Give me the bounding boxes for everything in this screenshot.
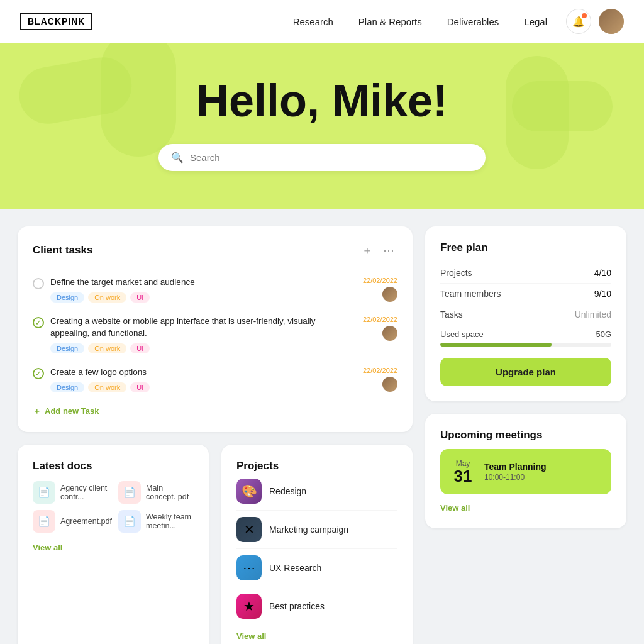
nav-deliverables[interactable]: Deliverables <box>447 16 499 27</box>
notification-dot <box>582 13 587 18</box>
client-tasks-header: Client tasks ＋ ⋯ <box>33 242 397 259</box>
task-body-3: Create a few logo options Design On work… <box>50 367 357 392</box>
hero-section: Hello, Mike! 🔍 <box>0 43 644 209</box>
projects-view-all[interactable]: View all <box>236 631 397 641</box>
plan-label-tasks: Tasks <box>440 309 463 319</box>
user-avatar[interactable] <box>599 9 624 34</box>
upgrade-plan-button[interactable]: Upgrade plan <box>440 358 611 386</box>
plan-label-team: Team members <box>440 289 501 299</box>
free-plan-card: Free plan Projects 4/10 Team members 9/1… <box>425 226 626 401</box>
tag-onwork: On work <box>88 382 126 392</box>
nav-research[interactable]: Research <box>293 16 333 27</box>
task-avatar-1 <box>382 287 397 302</box>
notifications-button[interactable]: 🔔 <box>566 9 591 34</box>
task-tags-1: Design On work UI <box>50 292 357 303</box>
task-checkbox-3[interactable]: ✓ <box>33 368 44 379</box>
task-text-1: Define the target market and audience <box>50 277 357 289</box>
task-avatar-2 <box>382 326 397 341</box>
table-row: ✓ Create a few logo options Design On wo… <box>33 360 397 399</box>
plus-icon: ＋ <box>33 406 41 417</box>
meeting-date-box: May 31 <box>450 459 475 484</box>
nav-actions: 🔔 <box>566 9 624 34</box>
plan-label-projects: Projects <box>440 268 472 278</box>
doc-name-3: Agreement.pdf <box>60 517 112 526</box>
free-plan-title: Free plan <box>440 242 488 253</box>
meeting-title: Team Planning <box>484 462 601 472</box>
projects-bottom-card: Projects 🎨 Redesign ✕ Marketing campaign… <box>221 445 413 644</box>
navbar: BLACKPINK Research Plan & Reports Delive… <box>0 0 644 43</box>
used-space-label-row: Used space 50G <box>440 330 611 339</box>
client-tasks-card: Client tasks ＋ ⋯ Define the target marke… <box>18 226 413 432</box>
list-item[interactable]: ✕ Marketing campaign <box>236 511 397 549</box>
plan-value-projects: 4/10 <box>594 268 611 278</box>
nav-legal[interactable]: Legal <box>524 16 547 27</box>
nav-links: Research Plan & Reports Deliverables Leg… <box>293 16 547 27</box>
used-space-section: Used space 50G <box>440 330 611 347</box>
add-task-button[interactable]: ＋ Add new Task <box>33 406 397 417</box>
search-input[interactable] <box>190 152 473 163</box>
search-bar[interactable]: 🔍 <box>158 144 486 171</box>
more-options-icon[interactable]: ⋯ <box>380 242 397 259</box>
upcoming-meetings-title: Upcoming meetings <box>440 429 542 441</box>
latest-docs-card: Latest docs 📄 Agency client contr... 📄 M… <box>18 445 209 644</box>
list-item[interactable]: 📄 Agency client contr... <box>33 481 112 504</box>
add-task-label: Add new Task <box>45 406 99 416</box>
task-date-3: 22/02/2022 <box>363 367 397 374</box>
used-space-value: 50G <box>596 330 611 339</box>
task-body-1: Define the target market and audience De… <box>50 277 357 303</box>
project-icon-best: ★ <box>236 594 262 619</box>
doc-icon-teal: 📄 <box>33 481 55 504</box>
task-date-2: 22/02/2022 <box>363 316 397 323</box>
doc-name-4: Weekly team meetin... <box>146 513 194 530</box>
tag-ui: UI <box>130 382 150 392</box>
table-row: ✓ Creating a website or mobile app inter… <box>33 309 397 360</box>
table-row: Define the target market and audience De… <box>33 270 397 309</box>
hero-greeting: Hello, Mike! <box>20 75 624 126</box>
nav-plan-reports[interactable]: Plan & Reports <box>358 16 422 27</box>
plan-rows: Projects 4/10 Team members 9/10 Tasks Un… <box>440 263 611 325</box>
tag-ui: UI <box>130 292 150 303</box>
list-item[interactable]: 📄 Main concept. pdf <box>118 481 194 504</box>
task-avatar-3 <box>382 377 397 392</box>
list-item[interactable]: 📄 Agreement.pdf <box>33 510 112 533</box>
plan-value-tasks: Unlimited <box>575 309 611 319</box>
meetings-view-all[interactable]: View all <box>440 503 470 513</box>
task-text-2: Creating a website or mobile app interfa… <box>50 316 357 340</box>
tag-design: Design <box>50 382 84 392</box>
task-meta-1: 22/02/2022 <box>363 277 397 302</box>
latest-docs-title: Latest docs <box>33 460 92 472</box>
add-task-icon[interactable]: ＋ <box>358 242 376 259</box>
list-item[interactable]: 🎨 Redesign <box>236 472 397 511</box>
progress-bar-bg <box>440 343 611 347</box>
task-checkbox-1[interactable] <box>33 278 44 289</box>
docs-view-all[interactable]: View all <box>33 543 62 552</box>
upcoming-meetings-card: Upcoming meetings May 31 Team Planning 1… <box>425 414 626 528</box>
task-date-1: 22/02/2022 <box>363 277 397 284</box>
project-name-3: UX Research <box>269 563 321 573</box>
doc-icon-red-1: 📄 <box>118 481 141 504</box>
list-item[interactable]: ★ Best practices <box>236 587 397 625</box>
list-item[interactable]: ⋯ UX Research <box>236 549 397 587</box>
tag-onwork: On work <box>88 343 126 353</box>
plan-value-team: 9/10 <box>594 289 611 299</box>
meeting-item[interactable]: May 31 Team Planning 10:00-11:00 <box>440 449 611 494</box>
task-tags-3: Design On work UI <box>50 382 357 392</box>
logo[interactable]: BLACKPINK <box>20 13 92 30</box>
projects-title: Projects <box>236 460 279 472</box>
project-icon-marketing: ✕ <box>236 517 262 542</box>
project-name-2: Marketing campaign <box>269 525 348 535</box>
right-column: Free plan Projects 4/10 Team members 9/1… <box>425 226 626 644</box>
task-checkbox-2[interactable]: ✓ <box>33 317 44 328</box>
list-item[interactable]: 📄 Weekly team meetin... <box>118 510 194 533</box>
left-column: Client tasks ＋ ⋯ Define the target marke… <box>18 226 413 644</box>
doc-icon-red-2: 📄 <box>33 510 55 533</box>
client-tasks-title: Client tasks <box>33 244 355 257</box>
main-content: Client tasks ＋ ⋯ Define the target marke… <box>0 209 644 644</box>
used-space-label: Used space <box>440 330 484 339</box>
doc-name-2: Main concept. pdf <box>146 484 194 501</box>
project-name-4: Best practices <box>269 601 325 611</box>
task-meta-3: 22/02/2022 <box>363 367 397 392</box>
tag-design: Design <box>50 292 84 303</box>
bottom-row: Latest docs 📄 Agency client contr... 📄 M… <box>18 445 413 644</box>
project-icon-ux: ⋯ <box>236 555 262 580</box>
